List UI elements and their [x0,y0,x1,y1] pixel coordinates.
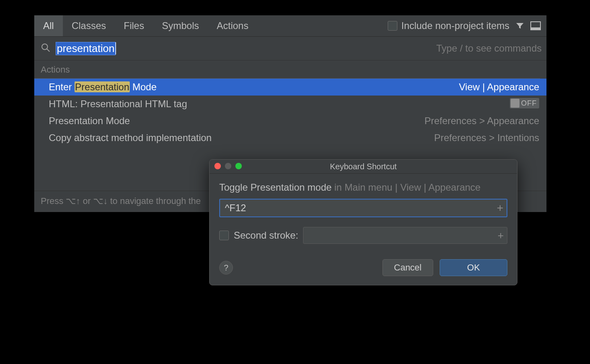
minimize-icon [225,163,231,169]
include-nonproject-label: Include non-project items [401,20,509,31]
dialog-titlebar: Keyboard Shortcut [210,160,517,174]
tab-actions[interactable]: Actions [208,15,258,36]
svg-rect-1 [531,27,540,30]
tabs-right-controls: Include non-project items [388,20,546,31]
dialog-footer: ? Cancel OK [210,247,517,285]
dialog-body: Toggle Presentation mode in Main menu | … [210,174,517,247]
text-caret [115,42,116,54]
tab-all[interactable]: All [34,15,63,36]
result-row[interactable]: Copy abstract method implementation Pref… [34,129,546,146]
result-label: Enter Presentation Mode [49,81,157,93]
result-row[interactable]: HTML: Presentational HTML tag OFF [34,96,546,112]
shortcut-input[interactable]: ^F12 + [219,199,507,217]
second-stroke-checkbox[interactable] [219,231,229,240]
second-stroke-label: Second stroke: [234,230,298,241]
svg-point-2 [42,44,48,50]
result-context: Preferences > Intentions [434,132,539,144]
keyboard-shortcut-dialog: Keyboard Shortcut Toggle Presentation mo… [209,159,517,285]
add-shortcut-icon[interactable]: + [497,202,503,214]
filter-icon[interactable] [515,21,525,31]
tabs-bar: All Classes Files Symbols Actions Includ… [34,15,546,37]
toggle-label: OFF [520,99,539,108]
close-icon[interactable] [214,163,221,169]
cancel-button[interactable]: Cancel [382,259,433,276]
second-stroke-row: Second stroke: + [219,227,507,244]
shortcut-value: ^F12 [225,202,246,214]
open-in-window-icon[interactable] [530,21,541,30]
tab-classes[interactable]: Classes [63,15,115,36]
search-icon [41,43,50,54]
window-traffic-lights [214,163,242,169]
result-label: HTML: Presentational HTML tag [49,98,187,110]
match-highlight: Presentation [75,81,130,92]
result-row[interactable]: Presentation Mode Preferences > Appearan… [34,112,546,129]
second-stroke-input[interactable]: + [303,227,507,244]
result-toggle[interactable]: OFF [510,98,539,110]
add-second-stroke-icon[interactable]: + [498,229,504,242]
result-context: View | Appearance [459,81,539,93]
search-hint: Type / to see commands [436,43,542,54]
result-label: Presentation Mode [49,115,130,127]
toggle-knob [511,99,519,108]
include-nonproject-checkbox[interactable] [388,21,397,31]
include-nonproject-row[interactable]: Include non-project items [388,20,509,31]
result-context: Preferences > Appearance [424,115,539,127]
result-label: Copy abstract method implementation [49,132,212,144]
tab-symbols[interactable]: Symbols [153,15,208,36]
svg-line-3 [47,49,50,52]
action-path: in Main menu | View | Appearance [334,182,481,193]
dialog-title: Keyboard Shortcut [330,162,397,171]
results-section-header: Actions [34,60,540,79]
toggle-off[interactable]: OFF [510,98,539,108]
search-row[interactable]: presentation Type / to see commands [34,37,546,60]
dialog-description: Toggle Presentation mode in Main menu | … [219,182,507,193]
result-row[interactable]: Enter Presentation Mode View | Appearanc… [34,79,546,96]
tab-files[interactable]: Files [115,15,153,36]
help-button[interactable]: ? [219,261,233,275]
search-input[interactable]: presentation [56,42,115,55]
ok-button[interactable]: OK [440,259,507,276]
zoom-icon[interactable] [235,163,242,169]
action-name: Toggle Presentation mode [219,182,332,193]
